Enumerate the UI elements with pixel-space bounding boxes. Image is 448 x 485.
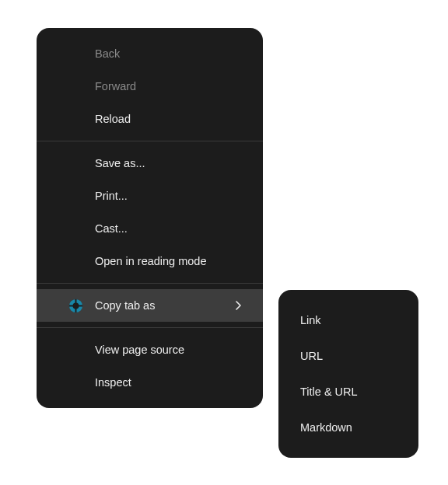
context-menu: Back Forward Reload Save as... Print... … xyxy=(37,28,263,408)
submenu-label: URL xyxy=(300,350,323,362)
submenu-item-markdown[interactable]: Markdown xyxy=(278,410,418,445)
submenu-item-link[interactable]: Link xyxy=(278,302,418,338)
menu-item-reload[interactable]: Reload xyxy=(37,103,263,135)
menu-item-open-reading-mode[interactable]: Open in reading mode xyxy=(37,245,263,277)
submenu-copy-tab-as: Link URL Title & URL Markdown xyxy=(278,290,418,458)
menu-divider xyxy=(37,327,263,328)
menu-label: Save as... xyxy=(95,157,145,169)
menu-label: Copy tab as xyxy=(95,299,155,312)
menu-label: Reload xyxy=(95,113,131,125)
submenu-label: Markdown xyxy=(300,421,352,434)
menu-item-inspect[interactable]: Inspect xyxy=(37,366,263,399)
chevron-right-icon xyxy=(233,300,244,311)
menu-label: Back xyxy=(95,47,120,60)
menu-label: Cast... xyxy=(95,222,128,235)
menu-label: Open in reading mode xyxy=(95,255,207,267)
submenu-item-title-url[interactable]: Title & URL xyxy=(278,374,418,410)
submenu-label: Link xyxy=(300,314,321,326)
submenu-item-url[interactable]: URL xyxy=(278,338,418,374)
menu-divider xyxy=(37,283,263,284)
menu-label: Inspect xyxy=(95,376,131,389)
tab-copy-icon xyxy=(68,298,83,313)
menu-label: Forward xyxy=(95,80,136,92)
menu-item-cast[interactable]: Cast... xyxy=(37,212,263,245)
svg-point-3 xyxy=(72,302,79,309)
menu-item-copy-tab-as[interactable]: Copy tab as xyxy=(37,289,263,322)
menu-item-back[interactable]: Back xyxy=(37,37,263,70)
menu-item-save-as[interactable]: Save as... xyxy=(37,147,263,180)
menu-item-forward[interactable]: Forward xyxy=(37,70,263,103)
submenu-label: Title & URL xyxy=(300,386,358,398)
menu-label: View page source xyxy=(95,344,184,356)
menu-label: Print... xyxy=(95,190,128,202)
menu-divider xyxy=(37,141,263,141)
menu-item-view-page-source[interactable]: View page source xyxy=(37,333,263,366)
menu-item-print[interactable]: Print... xyxy=(37,180,263,212)
